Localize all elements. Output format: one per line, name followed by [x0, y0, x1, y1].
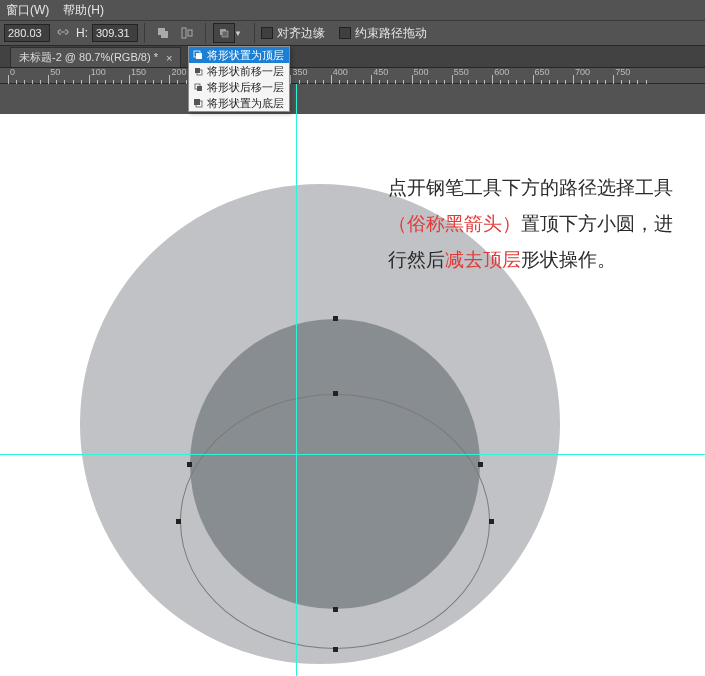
- path-anchor[interactable]: [333, 647, 338, 652]
- svg-rect-3: [188, 30, 192, 36]
- guide-vertical[interactable]: [296, 114, 297, 676]
- height-label: H:: [76, 26, 88, 40]
- svg-rect-8: [195, 68, 200, 73]
- menu-window[interactable]: 窗口(W): [6, 2, 49, 19]
- path-anchor[interactable]: [333, 316, 338, 321]
- menu-help[interactable]: 帮助(H): [63, 2, 104, 19]
- arrange-menu-item[interactable]: 将形状后移一层: [189, 79, 289, 95]
- align-edges-checkbox[interactable]: [261, 27, 273, 39]
- guide-vertical[interactable]: [296, 84, 297, 114]
- document-tab[interactable]: 未标题-2 @ 80.7%(RGB/8) * ×: [10, 47, 181, 67]
- svg-rect-10: [197, 86, 202, 91]
- arrange-menu-item[interactable]: 将形状前移一层: [189, 63, 289, 79]
- guide-horizontal[interactable]: [0, 454, 705, 455]
- svg-rect-6: [196, 53, 202, 59]
- path-arrange-icon[interactable]: [213, 23, 235, 43]
- path-anchor[interactable]: [187, 462, 192, 467]
- document-tabstrip: 未标题-2 @ 80.7%(RGB/8) * ×: [0, 46, 705, 68]
- svg-rect-1: [161, 31, 168, 38]
- arrange-dropdown: 将形状置为顶层将形状前移一层将形状后移一层将形状置为底层: [188, 46, 290, 112]
- height-field[interactable]: [92, 24, 138, 42]
- dropdown-arrow-icon[interactable]: ▼: [234, 29, 242, 38]
- divider: [205, 23, 206, 43]
- close-icon[interactable]: ×: [166, 52, 172, 64]
- arrange-menu-item[interactable]: 将形状置为顶层: [189, 47, 289, 63]
- path-anchor[interactable]: [333, 391, 338, 396]
- canvas-area: 点开钢笔工具下方的路径选择工具（俗称黑箭头）置顶下方小圆，进行然后减去顶层形状操…: [0, 84, 705, 676]
- divider: [254, 23, 255, 43]
- align-edges-label: 对齐边缘: [277, 25, 325, 42]
- options-bar: H: ▼ 对齐边缘 约束路径拖动: [0, 20, 705, 46]
- divider: [144, 23, 145, 43]
- path-anchor[interactable]: [489, 519, 494, 524]
- width-field[interactable]: [4, 24, 50, 42]
- annotation-text: 点开钢笔工具下方的路径选择工具（俗称黑箭头）置顶下方小圆，进行然后减去顶层形状操…: [388, 170, 678, 278]
- ruler-horizontal: 0501001502002503003504004505005506006507…: [0, 68, 705, 84]
- link-wh-icon[interactable]: [54, 24, 72, 42]
- document-canvas[interactable]: 点开钢笔工具下方的路径选择工具（俗称黑箭头）置顶下方小圆，进行然后减去顶层形状操…: [0, 114, 705, 676]
- svg-rect-5: [222, 31, 228, 37]
- path-op-combine-icon[interactable]: [152, 23, 174, 43]
- path-anchor[interactable]: [176, 519, 181, 524]
- svg-rect-2: [182, 28, 186, 38]
- arrange-menu-item[interactable]: 将形状置为底层: [189, 95, 289, 111]
- tab-title: 未标题-2 @ 80.7%(RGB/8) *: [19, 50, 158, 65]
- constrain-drag-checkbox[interactable]: [339, 27, 351, 39]
- menu-bar: 窗口(W) 帮助(H): [0, 0, 705, 20]
- path-anchor[interactable]: [478, 462, 483, 467]
- svg-rect-12: [194, 99, 200, 105]
- constrain-drag-label: 约束路径拖动: [355, 25, 427, 42]
- path-anchor[interactable]: [333, 607, 338, 612]
- path-align-icon[interactable]: [176, 23, 198, 43]
